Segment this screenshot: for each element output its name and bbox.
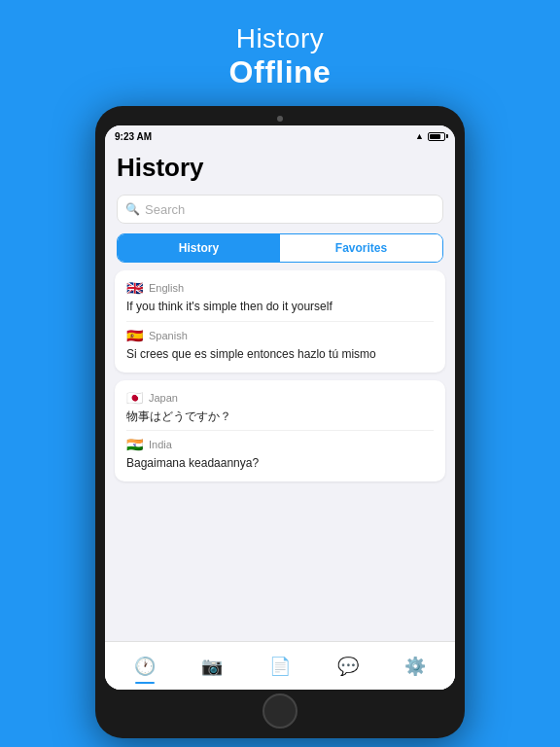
flag-japan: 🇯🇵 (126, 390, 143, 406)
text-japan: 物事はどうですか？ (126, 409, 434, 425)
tab-favorites[interactable]: Favorites (280, 234, 442, 262)
tab-history[interactable]: History (118, 234, 280, 262)
settings-tab-icon: ⚙️ (404, 656, 426, 677)
text-tab-icon: 📄 (269, 656, 291, 677)
text-spanish: Si crees que es simple entonces hazlo tú… (126, 346, 434, 363)
bottom-tab-settings[interactable]: ⚙️ (381, 642, 449, 690)
tablet-screen: 9:23 AM ▲ History 🔍 Search Hist (105, 125, 455, 690)
card-divider (126, 321, 434, 322)
lang-row-english: 🇬🇧 English (126, 280, 434, 296)
status-time: 9:23 AM (115, 131, 152, 142)
bottom-bar: 🕐 📷 📄 💬 ⚙️ (105, 641, 455, 690)
bottom-tab-chat[interactable]: 💬 (314, 642, 382, 690)
active-indicator (135, 682, 155, 684)
lang-name-spanish: Spanish (149, 330, 188, 341)
bottom-tab-text[interactable]: 📄 (246, 642, 314, 690)
chat-tab-icon: 💬 (337, 656, 359, 677)
history-tab-icon: 🕐 (134, 656, 156, 677)
lang-name-japan: Japan (149, 392, 178, 404)
translation-card-2[interactable]: 🇯🇵 Japan 物事はどうですか？ 🇮🇳 India Bagaimana ke… (115, 380, 445, 482)
flag-india: 🇮🇳 (126, 437, 143, 452)
camera-dot (277, 116, 283, 122)
header-title-bold: Offline (229, 54, 332, 90)
card-divider-2 (126, 430, 434, 431)
header-title-thin: History (229, 23, 332, 54)
cards-area: 🇬🇧 English If you think it's simple then… (105, 270, 455, 641)
search-placeholder: Search (145, 202, 185, 217)
flag-english: 🇬🇧 (126, 280, 143, 296)
lang-row-india: 🇮🇳 India (126, 437, 434, 452)
page-title: History (117, 153, 443, 183)
battery-icon (428, 132, 445, 141)
translation-card-1[interactable]: 🇬🇧 English If you think it's simple then… (115, 270, 445, 373)
lang-row-japan: 🇯🇵 Japan (126, 390, 434, 406)
status-bar: 9:23 AM ▲ (105, 125, 455, 147)
app-header: History Offline (229, 23, 332, 90)
page-header: History (105, 147, 455, 189)
text-english: If you think it's simple then do it your… (126, 299, 434, 315)
lang-name-english: English (149, 282, 184, 294)
bottom-tab-history[interactable]: 🕐 (111, 642, 179, 690)
lang-name-india: India (149, 439, 172, 450)
app-content: History 🔍 Search History Favorites (105, 147, 455, 690)
home-button[interactable] (262, 694, 298, 729)
text-india: Bagaimana keadaannya? (126, 455, 434, 472)
search-bar[interactable]: 🔍 Search (117, 195, 443, 224)
status-icons: ▲ (415, 131, 445, 141)
tablet-device: 9:23 AM ▲ History 🔍 Search Hist (95, 106, 465, 738)
lang-row-spanish: 🇪🇸 Spanish (126, 328, 434, 343)
tabs-container: History Favorites (117, 233, 443, 263)
bottom-tab-camera[interactable]: 📷 (179, 642, 247, 690)
search-icon: 🔍 (125, 202, 140, 216)
camera-tab-icon: 📷 (201, 656, 223, 677)
flag-spanish: 🇪🇸 (126, 328, 143, 343)
wifi-icon: ▲ (415, 131, 424, 141)
